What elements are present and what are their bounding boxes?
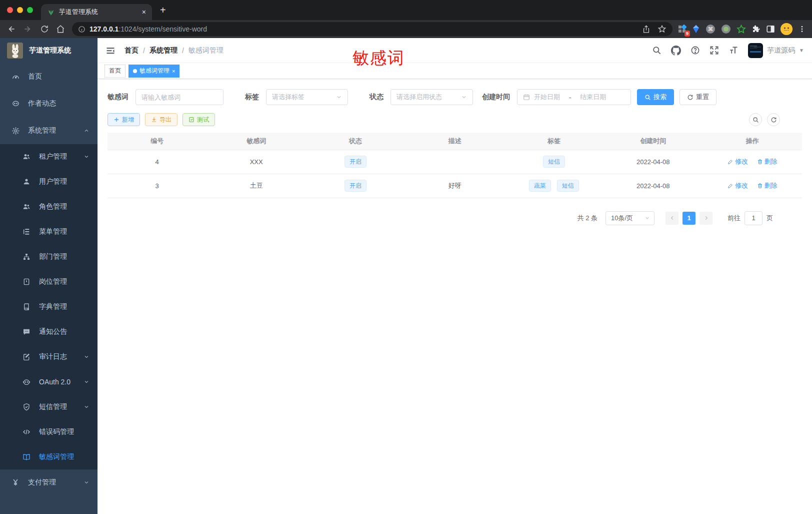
- sidebar-logo[interactable]: 芋道管理系统: [0, 38, 98, 63]
- logo-avatar: [7, 43, 23, 59]
- sidebar-item-sensitive-word[interactable]: 敏感词管理: [0, 444, 98, 469]
- cell-id: 3: [108, 174, 206, 198]
- search-button-label: 搜索: [654, 93, 666, 102]
- export-button[interactable]: 导出: [145, 113, 178, 126]
- tag-sensitive-word[interactable]: 敏感词管理 ×: [128, 65, 180, 78]
- close-tag-icon[interactable]: ×: [172, 68, 175, 74]
- chevron-down-icon: [336, 94, 342, 100]
- breadcrumb-home[interactable]: 首页: [124, 46, 138, 55]
- test-button[interactable]: 测试: [182, 113, 215, 126]
- prev-page-button[interactable]: [666, 212, 678, 225]
- sidebar-item-errcode[interactable]: 错误码管理: [0, 419, 98, 444]
- reload-icon[interactable]: [40, 25, 49, 34]
- delete-link[interactable]: 删除: [757, 181, 778, 190]
- sensitive-word-input[interactable]: [142, 94, 218, 101]
- tag-select-placeholder: 请选择标签: [272, 93, 304, 102]
- badge-icon: [22, 278, 31, 286]
- zoom-window-button[interactable]: [27, 7, 33, 13]
- next-page-button[interactable]: [700, 212, 712, 225]
- user-menu[interactable]: 芋道源码 ▼: [748, 43, 804, 58]
- add-button-label: 新增: [122, 116, 134, 124]
- url-bar[interactable]: 127.0.0.1:1024/system/sensitive-word: [72, 22, 672, 36]
- minimize-window-button[interactable]: [17, 7, 23, 13]
- sidebar-item-tenant[interactable]: 租户管理: [0, 144, 98, 169]
- tag-label: 敏感词管理: [140, 67, 170, 75]
- green-star-extension-icon[interactable]: [736, 25, 746, 34]
- site-info-icon[interactable]: [78, 26, 86, 33]
- sidebar-item-system[interactable]: 系统管理: [0, 117, 98, 144]
- browser-menu-kebab-icon[interactable]: [798, 25, 806, 33]
- sidebar-item-post[interactable]: 岗位管理: [0, 269, 98, 294]
- github-icon[interactable]: [671, 46, 681, 56]
- export-button-label: 导出: [160, 116, 172, 124]
- edit-link[interactable]: 修改: [728, 157, 748, 166]
- sidebar-item-label: 通知公告: [39, 327, 90, 336]
- chevron-down-icon: [84, 354, 90, 360]
- reset-button-label: 重置: [696, 93, 709, 102]
- sidebar-item-oauth[interactable]: OAuth 2.0: [0, 369, 98, 394]
- page-content: 敏感词 标签 请选择标签 状态 请选择启用状态 创建时间: [98, 79, 812, 514]
- sidebar-item-menu[interactable]: 菜单管理: [0, 219, 98, 244]
- sensitive-word-table: 编号 敏感词 状态 描述 标签 创建时间 操作 4 XXX: [108, 133, 802, 198]
- sidebar-item-user[interactable]: 用户管理: [0, 169, 98, 194]
- help-icon[interactable]: [690, 46, 700, 55]
- sidebar-item-notice[interactable]: 通知公告: [0, 319, 98, 344]
- search-button[interactable]: 搜索: [637, 89, 674, 105]
- sidebar-item-label: OAuth 2.0: [39, 378, 84, 386]
- goto-page-input[interactable]: [745, 212, 762, 225]
- page-number-button[interactable]: 1: [682, 212, 696, 225]
- col-created: 创建时间: [604, 133, 702, 150]
- sidebar-item-author-news[interactable]: 作者动态: [0, 90, 98, 117]
- font-size-icon[interactable]: [728, 46, 738, 56]
- status-select[interactable]: 请选择启用状态: [390, 89, 473, 105]
- bookmark-star-icon[interactable]: [658, 25, 666, 34]
- home-icon[interactable]: [56, 25, 65, 34]
- chevron-down-icon: [84, 479, 90, 485]
- browser-tabstrip: 芋道管理系统 × +: [0, 0, 812, 20]
- new-tab-button[interactable]: +: [160, 5, 166, 16]
- extensions-puzzle-icon[interactable]: [752, 25, 760, 34]
- tag-select[interactable]: 请选择标签: [266, 89, 348, 105]
- sidebar-item-audit[interactable]: 审计日志: [0, 344, 98, 369]
- date-range-picker[interactable]: 开始日期 - 结束日期: [517, 89, 631, 105]
- tag-home[interactable]: 首页: [104, 65, 126, 78]
- delete-link[interactable]: 删除: [757, 157, 778, 166]
- record-extension-icon[interactable]: [721, 24, 731, 34]
- pagination-total: 共 2 条: [578, 214, 598, 223]
- username: 芋道源码: [767, 46, 795, 55]
- extension-grid-icon[interactable]: 9: [678, 25, 686, 34]
- sidebar-item-dept[interactable]: 部门管理: [0, 244, 98, 269]
- refresh-table-button[interactable]: [767, 113, 780, 126]
- header-search-icon[interactable]: [652, 46, 662, 55]
- table-row[interactable]: 3 土豆 开启 好呀 蔬菜 短信 2022-04-08 修改 删除: [108, 174, 802, 198]
- edit-link[interactable]: 修改: [728, 181, 748, 190]
- filter-status-label: 状态: [370, 93, 384, 102]
- sidebar-item-pay[interactable]: 支付管理: [0, 469, 98, 495]
- page-size-select[interactable]: 10条/页: [606, 211, 654, 225]
- window-controls: [7, 7, 33, 13]
- sidebar-item-dict[interactable]: 字典管理: [0, 294, 98, 319]
- side-panel-icon[interactable]: [766, 25, 775, 34]
- sidebar-item-sms[interactable]: 短信管理: [0, 394, 98, 419]
- toggle-search-button[interactable]: [749, 113, 762, 126]
- table-row[interactable]: 4 XXX 开启 短信 2022-04-08 修改 删除: [108, 150, 802, 174]
- command-extension-icon[interactable]: ⌘: [706, 24, 716, 34]
- fullscreen-icon[interactable]: [710, 46, 719, 55]
- breadcrumb-system[interactable]: 系统管理: [150, 46, 178, 55]
- kite-extension-icon[interactable]: [692, 25, 700, 34]
- reset-button[interactable]: 重置: [680, 89, 716, 105]
- close-window-button[interactable]: [7, 7, 13, 13]
- browser-profile-avatar[interactable]: [780, 23, 792, 35]
- tab-close-icon[interactable]: ×: [142, 8, 146, 16]
- share-icon[interactable]: [642, 25, 650, 34]
- forward-icon[interactable]: [23, 24, 33, 34]
- cell-actions: 修改 删除: [703, 150, 802, 174]
- delete-link-label: 删除: [764, 181, 778, 190]
- add-button[interactable]: 新增: [108, 113, 140, 126]
- sidebar-item-home[interactable]: 首页: [0, 63, 98, 90]
- pagination: 共 2 条 10条/页 1 前往 页: [108, 211, 802, 225]
- back-icon[interactable]: [6, 24, 16, 34]
- sidebar-item-role[interactable]: 角色管理: [0, 194, 98, 219]
- collapse-sidebar-icon[interactable]: [106, 46, 116, 56]
- browser-tab[interactable]: 芋道管理系统 ×: [41, 4, 152, 20]
